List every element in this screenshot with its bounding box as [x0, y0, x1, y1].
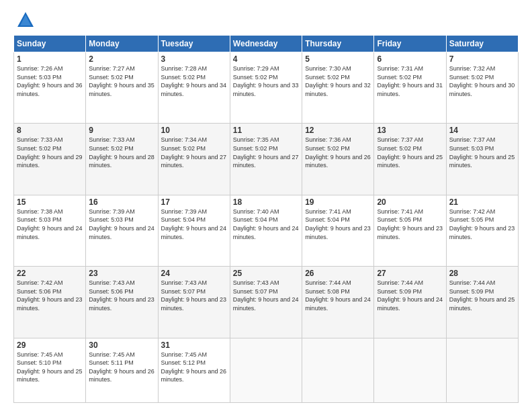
day-info: Sunrise: 7:27 AMSunset: 5:02 PMDaylight:… [89, 65, 154, 97]
day-info: Sunrise: 7:31 AMSunset: 5:02 PMDaylight:… [377, 65, 443, 97]
calendar-cell: 31Sunrise: 7:45 AMSunset: 5:12 PMDayligh… [158, 338, 230, 402]
calendar-cell: 19Sunrise: 7:41 AMSunset: 5:04 PMDayligh… [302, 195, 374, 266]
calendar-cell: 21Sunrise: 7:42 AMSunset: 5:05 PMDayligh… [446, 195, 518, 266]
day-info: Sunrise: 7:39 AMSunset: 5:03 PMDaylight:… [89, 208, 154, 240]
calendar-cell: 14Sunrise: 7:37 AMSunset: 5:03 PMDayligh… [446, 124, 518, 195]
day-number: 10 [161, 126, 227, 135]
day-info: Sunrise: 7:42 AMSunset: 5:06 PMDaylight:… [17, 279, 83, 312]
calendar-header-wednesday: Wednesday [230, 36, 302, 52]
calendar-cell: 30Sunrise: 7:45 AMSunset: 5:11 PMDayligh… [86, 338, 158, 402]
calendar: SundayMondayTuesdayWednesdayThursdayFrid… [13, 35, 519, 403]
day-number: 21 [449, 197, 515, 207]
calendar-cell: 6Sunrise: 7:31 AMSunset: 5:02 PMDaylight… [374, 52, 446, 124]
day-number: 19 [305, 197, 371, 207]
day-info: Sunrise: 7:43 AMSunset: 5:07 PMDaylight:… [161, 279, 227, 312]
calendar-header-saturday: Saturday [446, 36, 518, 52]
calendar-cell: 4Sunrise: 7:29 AMSunset: 5:02 PMDaylight… [230, 52, 302, 124]
calendar-cell: 20Sunrise: 7:41 AMSunset: 5:05 PMDayligh… [374, 195, 446, 266]
calendar-header-monday: Monday [86, 36, 158, 52]
page: SundayMondayTuesdayWednesdayThursdayFrid… [0, 0, 532, 411]
calendar-header-sunday: Sunday [14, 36, 86, 52]
day-info: Sunrise: 7:44 AMSunset: 5:09 PMDaylight:… [377, 279, 443, 312]
calendar-cell: 5Sunrise: 7:30 AMSunset: 5:02 PMDaylight… [302, 52, 374, 124]
day-info: Sunrise: 7:37 AMSunset: 5:03 PMDaylight:… [449, 136, 515, 169]
day-info: Sunrise: 7:38 AMSunset: 5:03 PMDaylight:… [17, 208, 83, 240]
day-number: 1 [17, 54, 83, 64]
calendar-cell: 10Sunrise: 7:34 AMSunset: 5:02 PMDayligh… [158, 124, 230, 195]
day-number: 4 [233, 54, 299, 64]
day-number: 14 [449, 126, 515, 135]
day-info: Sunrise: 7:33 AMSunset: 5:02 PMDaylight:… [89, 136, 154, 169]
calendar-cell: 29Sunrise: 7:45 AMSunset: 5:10 PMDayligh… [14, 338, 86, 402]
calendar-header-thursday: Thursday [302, 36, 374, 52]
day-number: 24 [161, 269, 227, 278]
day-info: Sunrise: 7:45 AMSunset: 5:12 PMDaylight:… [161, 351, 227, 383]
day-number: 31 [161, 340, 227, 350]
day-info: Sunrise: 7:40 AMSunset: 5:04 PMDaylight:… [233, 208, 299, 240]
day-number: 25 [233, 269, 299, 278]
calendar-cell [230, 338, 302, 402]
day-info: Sunrise: 7:44 AMSunset: 5:09 PMDaylight:… [449, 279, 515, 312]
header [13, 11, 519, 30]
day-info: Sunrise: 7:43 AMSunset: 5:06 PMDaylight:… [89, 279, 154, 312]
day-info: Sunrise: 7:33 AMSunset: 5:02 PMDaylight:… [17, 136, 83, 169]
calendar-cell: 1Sunrise: 7:26 AMSunset: 5:03 PMDaylight… [14, 52, 86, 124]
day-number: 22 [17, 269, 83, 278]
calendar-cell: 27Sunrise: 7:44 AMSunset: 5:09 PMDayligh… [374, 267, 446, 338]
calendar-cell: 26Sunrise: 7:44 AMSunset: 5:08 PMDayligh… [302, 267, 374, 338]
calendar-header-tuesday: Tuesday [158, 36, 230, 52]
day-info: Sunrise: 7:30 AMSunset: 5:02 PMDaylight:… [305, 65, 371, 97]
day-number: 30 [89, 340, 154, 350]
day-number: 7 [449, 54, 515, 64]
calendar-cell: 24Sunrise: 7:43 AMSunset: 5:07 PMDayligh… [158, 267, 230, 338]
day-info: Sunrise: 7:32 AMSunset: 5:02 PMDaylight:… [449, 65, 515, 97]
day-number: 11 [233, 126, 299, 135]
calendar-header-friday: Friday [374, 36, 446, 52]
day-number: 17 [161, 197, 227, 207]
day-number: 2 [89, 54, 154, 64]
day-number: 16 [89, 197, 154, 207]
day-number: 26 [305, 269, 371, 278]
day-info: Sunrise: 7:41 AMSunset: 5:05 PMDaylight:… [377, 208, 443, 240]
day-info: Sunrise: 7:34 AMSunset: 5:02 PMDaylight:… [161, 136, 227, 169]
day-number: 5 [305, 54, 371, 64]
day-number: 9 [89, 126, 154, 135]
logo-area [13, 11, 35, 30]
day-info: Sunrise: 7:37 AMSunset: 5:02 PMDaylight:… [377, 136, 443, 169]
day-info: Sunrise: 7:28 AMSunset: 5:02 PMDaylight:… [161, 65, 227, 97]
calendar-cell: 16Sunrise: 7:39 AMSunset: 5:03 PMDayligh… [86, 195, 158, 266]
day-info: Sunrise: 7:45 AMSunset: 5:11 PMDaylight:… [89, 351, 154, 383]
day-number: 3 [161, 54, 227, 64]
day-number: 8 [17, 126, 83, 135]
calendar-cell: 11Sunrise: 7:35 AMSunset: 5:02 PMDayligh… [230, 124, 302, 195]
calendar-cell: 18Sunrise: 7:40 AMSunset: 5:04 PMDayligh… [230, 195, 302, 266]
calendar-cell: 8Sunrise: 7:33 AMSunset: 5:02 PMDaylight… [14, 124, 86, 195]
calendar-cell [374, 338, 446, 402]
day-number: 28 [449, 269, 515, 278]
calendar-cell: 7Sunrise: 7:32 AMSunset: 5:02 PMDaylight… [446, 52, 518, 124]
day-info: Sunrise: 7:44 AMSunset: 5:08 PMDaylight:… [305, 279, 371, 312]
calendar-cell [446, 338, 518, 402]
day-number: 23 [89, 269, 154, 278]
calendar-cell: 9Sunrise: 7:33 AMSunset: 5:02 PMDaylight… [86, 124, 158, 195]
day-number: 27 [377, 269, 443, 278]
calendar-cell: 28Sunrise: 7:44 AMSunset: 5:09 PMDayligh… [446, 267, 518, 338]
day-info: Sunrise: 7:41 AMSunset: 5:04 PMDaylight:… [305, 208, 371, 240]
day-number: 18 [233, 197, 299, 207]
day-number: 20 [377, 197, 443, 207]
calendar-cell: 15Sunrise: 7:38 AMSunset: 5:03 PMDayligh… [14, 195, 86, 266]
day-info: Sunrise: 7:45 AMSunset: 5:10 PMDaylight:… [17, 351, 83, 383]
day-info: Sunrise: 7:26 AMSunset: 5:03 PMDaylight:… [17, 65, 83, 97]
calendar-cell [302, 338, 374, 402]
calendar-cell: 3Sunrise: 7:28 AMSunset: 5:02 PMDaylight… [158, 52, 230, 124]
day-info: Sunrise: 7:43 AMSunset: 5:07 PMDaylight:… [233, 279, 299, 312]
day-number: 6 [377, 54, 443, 64]
calendar-cell: 22Sunrise: 7:42 AMSunset: 5:06 PMDayligh… [14, 267, 86, 338]
calendar-cell: 23Sunrise: 7:43 AMSunset: 5:06 PMDayligh… [86, 267, 158, 338]
day-info: Sunrise: 7:39 AMSunset: 5:04 PMDaylight:… [161, 208, 227, 240]
day-number: 12 [305, 126, 371, 135]
calendar-cell: 12Sunrise: 7:36 AMSunset: 5:02 PMDayligh… [302, 124, 374, 195]
day-info: Sunrise: 7:29 AMSunset: 5:02 PMDaylight:… [233, 65, 299, 97]
day-info: Sunrise: 7:42 AMSunset: 5:05 PMDaylight:… [449, 208, 515, 240]
logo-icon [16, 11, 35, 30]
